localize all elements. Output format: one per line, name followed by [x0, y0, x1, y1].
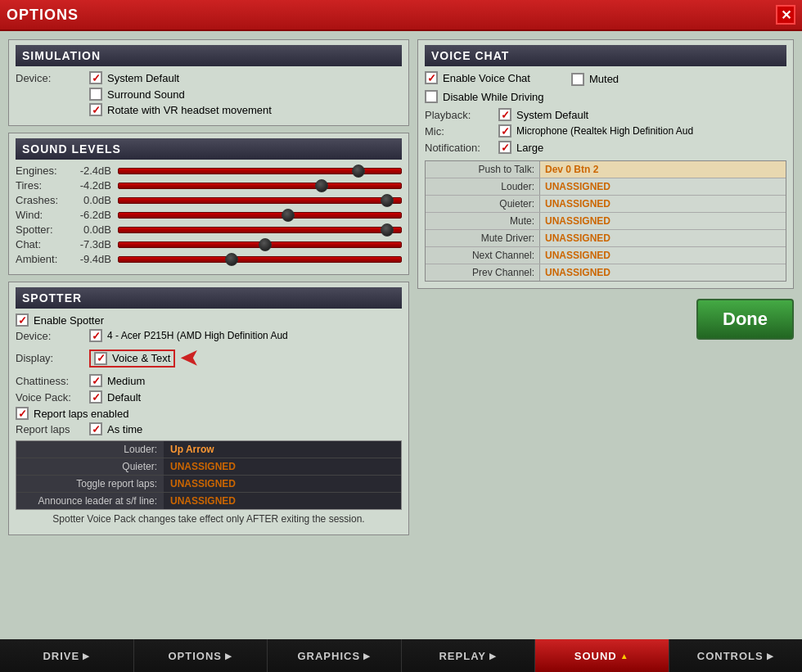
keybind-row[interactable]: Mute: UNASSIGNED [426, 213, 786, 230]
slider-track[interactable] [118, 168, 402, 174]
spotter-section: SPOTTER Enable Spotter Device: 4 - Acer … [8, 282, 409, 535]
spk-value: UNASSIGNED [164, 493, 401, 509]
nav-label: GRAPHICS [297, 650, 360, 662]
spotter-keybind-row[interactable]: Announce leader at s/f line: UNASSIGNED [16, 493, 401, 509]
report-laps-label: Report laps enabled [34, 408, 128, 420]
spotter-vpack-row: Voice Pack: Default [16, 390, 402, 404]
spotter-vpack-checkbox[interactable] [89, 390, 102, 404]
bottom-area: Done [417, 299, 794, 340]
report-laps-time-value: As time [107, 423, 142, 435]
spk-name: Announce leader at s/f line: [16, 493, 164, 509]
rotate-checkbox[interactable] [89, 103, 102, 116]
report-laps-checkbox[interactable] [16, 407, 29, 420]
keybind-value: UNASSIGNED [540, 230, 786, 246]
report-laps-time-label: Report laps [16, 423, 89, 435]
spotter-vpack-value: Default [107, 391, 141, 404]
slider-value: -2.4dB [73, 165, 118, 177]
keybind-row[interactable]: Push to Talk: Dev 0 Btn 2 [426, 161, 786, 178]
nav-item-controls[interactable]: CONTROLS▶ [669, 639, 803, 672]
done-button[interactable]: Done [696, 299, 794, 340]
keybind-value: Dev 0 Btn 2 [540, 161, 786, 178]
spk-value: UNASSIGNED [164, 458, 401, 475]
keybind-row[interactable]: Next Channel: UNASSIGNED [426, 247, 786, 264]
nav-item-sound[interactable]: SOUND▲ [535, 639, 669, 672]
device-label: Device: [16, 72, 89, 84]
surround-checkbox[interactable] [89, 88, 102, 101]
slider-thumb [282, 209, 295, 222]
slider-thumb [352, 165, 365, 178]
slider-row: Ambient: -9.4dB [16, 253, 402, 265]
enable-spotter-row: Enable Spotter [16, 313, 402, 327]
slider-row: Crashes: 0.0dB [16, 194, 402, 206]
mic-label: Mic: [425, 125, 498, 138]
nav-item-drive[interactable]: DRIVE▶ [0, 639, 134, 672]
slider-row: Engines: -2.4dB [16, 165, 402, 177]
rotate-label: Rotate with VR headset movement [107, 104, 272, 116]
nav-item-graphics[interactable]: GRAPHICS▶ [268, 639, 402, 672]
display-highlight-box: Voice & Text [89, 350, 175, 368]
spotter-chat-value: Medium [107, 375, 145, 387]
keybind-name: Mute: [426, 213, 540, 229]
slider-track[interactable] [118, 183, 402, 189]
slider-thumb [381, 194, 394, 207]
keybind-name: Next Channel: [426, 247, 540, 264]
keybind-row[interactable]: Prev Channel: UNASSIGNED [426, 264, 786, 281]
report-laps-time-checkbox[interactable] [89, 422, 102, 435]
spotter-display-row: Display: Voice & Text ➤ [16, 345, 402, 371]
slider-track[interactable] [118, 256, 402, 263]
content-area: SIMULATION Device: System Default Surrou… [0, 31, 802, 639]
right-column: VOICE CHAT Enable Voice Chat Muted Disab… [417, 39, 794, 535]
simulation-section: SIMULATION Device: System Default Surrou… [8, 39, 409, 126]
device-checkbox[interactable] [89, 71, 102, 84]
voice-chat-keybind-table: Push to Talk: Dev 0 Btn 2 Louder: UNASSI… [425, 160, 786, 282]
keybind-row[interactable]: Louder: UNASSIGNED [426, 178, 786, 196]
slider-value: 0.0dB [73, 223, 118, 236]
keybind-name: Quieter: [426, 196, 540, 212]
playback-checkbox[interactable] [498, 108, 511, 121]
keybind-row[interactable]: Mute Driver: UNASSIGNED [426, 230, 786, 247]
playback-value: System Default [516, 109, 588, 121]
enable-spotter-checkbox[interactable] [16, 313, 29, 327]
nav-item-options[interactable]: OPTIONS▶ [134, 639, 268, 672]
spotter-device-checkbox[interactable] [89, 329, 102, 342]
mic-checkbox[interactable] [498, 124, 511, 138]
slider-value: -4.2dB [73, 179, 118, 192]
muted-checkbox[interactable] [571, 73, 584, 86]
notif-label: Notification: [425, 142, 498, 154]
disable-driving-label: Disable While Driving [443, 91, 544, 103]
title-bar: OPTIONS ✕ [0, 0, 802, 31]
bottom-nav: DRIVE▶OPTIONS▶GRAPHICS▶REPLAY▶SOUND▲CONT… [0, 639, 802, 672]
playback-row: Playback: System Default [425, 108, 786, 121]
disable-driving-checkbox[interactable] [425, 90, 438, 103]
notif-checkbox[interactable] [498, 141, 511, 154]
nav-arrow-icon: ▶ [767, 652, 774, 661]
spk-value: UNASSIGNED [164, 476, 401, 492]
slider-label: Crashes: [16, 194, 73, 206]
spotter-keybind-row[interactable]: Toggle report laps: UNASSIGNED [16, 476, 401, 493]
surround-row: Surround Sound [89, 88, 402, 101]
spotter-keybind-row[interactable]: Quieter: UNASSIGNED [16, 458, 401, 476]
slider-track[interactable] [118, 212, 402, 219]
spotter-chat-checkbox[interactable] [89, 374, 102, 387]
muted-label: Muted [589, 73, 619, 85]
spotter-keybind-row[interactable]: Louder: Up Arrow [16, 441, 401, 458]
spotter-device-label: Device: [16, 330, 89, 342]
window-title: OPTIONS [7, 7, 79, 24]
close-button[interactable]: ✕ [776, 5, 795, 25]
spotter-device-row: Device: 4 - Acer P215H (AMD High Definit… [16, 329, 402, 342]
main-columns: SIMULATION Device: System Default Surrou… [8, 39, 794, 535]
enable-voice-row: Enable Voice Chat [425, 71, 530, 84]
spotter-display-checkbox[interactable] [94, 352, 107, 365]
slider-track[interactable] [118, 241, 402, 248]
slider-row: Spotter: 0.0dB [16, 223, 402, 236]
keybind-value: UNASSIGNED [540, 264, 786, 281]
mic-row: Mic: Microphone (Realtek High Definition… [425, 124, 786, 138]
enable-voice-checkbox[interactable] [425, 71, 438, 84]
keybind-row[interactable]: Quieter: UNASSIGNED [426, 196, 786, 213]
voice-chat-top-row: Enable Voice Chat Muted [425, 71, 786, 87]
slider-track[interactable] [118, 227, 402, 233]
nav-item-replay[interactable]: REPLAY▶ [402, 639, 536, 672]
slider-track[interactable] [118, 197, 402, 204]
nav-arrow-icon: ▲ [620, 652, 629, 661]
rotate-row: Rotate with VR headset movement [89, 103, 402, 116]
